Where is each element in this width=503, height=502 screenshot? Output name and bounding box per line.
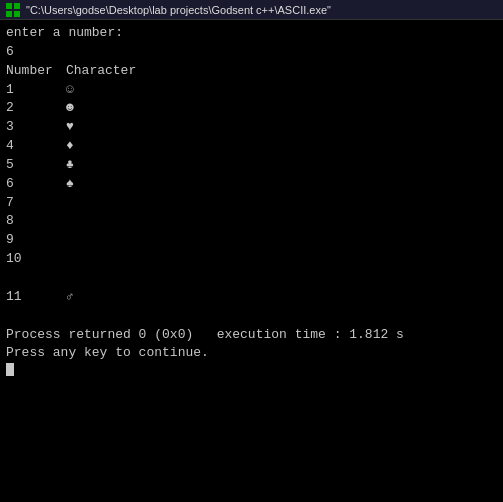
svg-rect-2	[6, 11, 12, 17]
svg-rect-3	[14, 11, 20, 17]
table-row: 10	[6, 250, 497, 269]
table-row: 3♥	[6, 118, 497, 137]
table-row: 6♠	[6, 175, 497, 194]
title-bar: "C:\Users\godse\Desktop\lab projects\God…	[0, 0, 503, 20]
table-row: 4♦	[6, 137, 497, 156]
svg-rect-0	[6, 3, 12, 9]
table-row: 9	[6, 231, 497, 250]
window-title: "C:\Users\godse\Desktop\lab projects\God…	[26, 4, 331, 16]
table-row-11: 11♂	[6, 288, 497, 307]
blank-line	[6, 307, 497, 326]
table-row: 5♣	[6, 156, 497, 175]
console-output: enter a number: 6 NumberCharacter 1☺ 2☻ …	[0, 20, 503, 387]
table-header: NumberCharacter	[6, 62, 497, 81]
press-any-key: Press any key to continue.	[6, 344, 209, 363]
blank-line	[6, 269, 497, 288]
svg-rect-1	[14, 3, 20, 9]
header-number: Number	[6, 62, 66, 81]
cursor	[6, 363, 14, 376]
prompt-label: enter a number:	[6, 24, 497, 43]
cursor-line	[6, 363, 497, 383]
table-row: 1☺	[6, 81, 497, 100]
table-row: 2☻	[6, 99, 497, 118]
input-value: 6	[6, 43, 497, 62]
process-return: Process returned 0 (0x0) execution time …	[6, 326, 497, 345]
header-character: Character	[66, 62, 136, 81]
table-row: 7	[6, 194, 497, 213]
app-icon	[6, 3, 20, 17]
table-row: 8	[6, 212, 497, 231]
continue-prompt: Press any key to continue.	[6, 344, 497, 363]
